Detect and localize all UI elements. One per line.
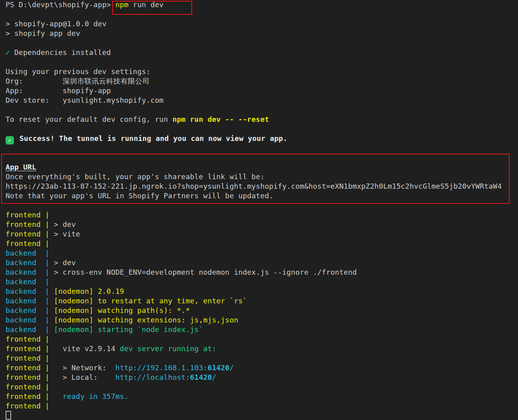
terminal-text: http://localhost:: [115, 373, 190, 381]
terminal-text: > Local:: [49, 373, 115, 381]
terminal-text: Once everything's built, your app's shar…: [6, 172, 265, 181]
terminal-text: frontend |: [6, 344, 49, 353]
terminal-text: run dev: [129, 0, 164, 9]
terminal-text: > vite: [49, 230, 80, 238]
terminal-line: Org: 深圳市联讯云科技有限公司: [6, 76, 518, 86]
terminal-line: frontend |: [6, 334, 518, 344]
terminal-text: > dev: [49, 258, 76, 267]
terminal-text: backend |: [6, 297, 49, 305]
terminal-line: [6, 105, 518, 115]
terminal-text: dev server running at:: [120, 344, 216, 353]
terminal-text: backend |: [6, 277, 49, 286]
terminal-line: frontend | > Network: http://192.168.1.1…: [6, 363, 518, 373]
terminal-text: App URL: [6, 163, 36, 171]
terminal-text: npm: [115, 0, 129, 9]
terminal-text: [nodemon] watching path(s): *.*: [49, 306, 190, 315]
terminal-line: backend | [nodemon] watching extensions:…: [6, 315, 518, 325]
terminal-text: backend |: [6, 325, 49, 334]
terminal-line: backend | > cross-env NODE_ENV=developme…: [6, 268, 518, 277]
terminal-text: vite v2.9.14: [49, 344, 120, 353]
terminal-line: frontend |: [6, 354, 518, 363]
terminal-text: backend |: [6, 249, 49, 257]
terminal-text: frontend |: [6, 392, 49, 400]
terminal-text: backend |: [6, 316, 49, 324]
terminal-line: backend |: [6, 277, 518, 287]
terminal-line: [6, 124, 518, 134]
terminal-text: Using your previous dev settings:: [6, 67, 150, 76]
terminal-text: [nodemon] to restart at any time, enter …: [49, 297, 247, 305]
terminal-line: backend |: [6, 248, 518, 258]
terminal-line: ✓ Dependencies installed: [6, 48, 518, 57]
terminal-line: frontend | vite v2.9.14 dev server runni…: [6, 344, 518, 354]
terminal-text: frontend |: [6, 335, 49, 343]
terminal-line: Using your previous dev settings:: [6, 67, 518, 76]
terminal-text: ready in 357ms.: [49, 392, 129, 400]
terminal-line: frontend | > dev: [6, 220, 518, 229]
terminal-text: backend |: [6, 306, 49, 315]
terminal-line: PS D:\devpt\shopify-app> npm run dev: [6, 0, 518, 10]
terminal-text: frontend |: [6, 239, 49, 248]
terminal-text: /: [212, 373, 216, 381]
terminal-line: To reset your default dev config, run np…: [6, 115, 518, 124]
terminal-text: npm run dev -- --reset: [172, 115, 269, 123]
terminal-text: http://192.168.1.103:: [115, 363, 208, 372]
terminal-text: backend |: [6, 287, 49, 295]
terminal-text: > dev: [49, 220, 76, 229]
terminal-text: > shopify-app@1.0.0 dev: [6, 20, 107, 28]
terminal-text: 61420: [208, 363, 230, 372]
terminal-line: > shopify app dev: [6, 29, 518, 38]
terminal-text: Dev store: ysunlight.myshopify.com: [6, 96, 164, 104]
terminal-text: frontend |: [6, 373, 49, 381]
terminal-text: backend |: [6, 258, 49, 267]
terminal-line: backend | [nodemon] 2.0.19: [6, 287, 518, 296]
terminal-line: frontend | > Local: http://localhost:614…: [6, 373, 518, 382]
terminal-text: 61420: [190, 373, 212, 381]
terminal-line: App URL: [6, 162, 518, 172]
terminal-line: backend | > dev: [6, 258, 518, 268]
terminal-line: frontend |: [6, 382, 518, 392]
terminal-text: frontend |: [6, 402, 49, 410]
terminal-line: Dev store: ysunlight.myshopify.com: [6, 96, 518, 105]
terminal-text: App: shopify-app: [6, 86, 111, 95]
terminal-text: > Network:: [49, 363, 115, 372]
terminal-line: App: shopify-app: [6, 86, 518, 96]
terminal-text: To reset your default dev config, run: [6, 115, 172, 123]
terminal-line: [6, 411, 518, 420]
terminal-cursor: [6, 411, 11, 420]
terminal-text: [nodemon] 2.0.19: [49, 287, 124, 295]
terminal-text: backend |: [6, 268, 49, 276]
terminal-text: frontend |: [6, 230, 49, 238]
terminal-line: frontend |: [6, 210, 518, 220]
terminal-line: https://23ab-113-87-152-221.jp.ngrok.io?…: [6, 182, 518, 191]
terminal-text: frontend |: [6, 363, 49, 372]
terminal-line: ✓ Success! The tunnel is running and you…: [6, 134, 518, 143]
terminal-text: [nodemon] watching extensions: js,mjs,js…: [49, 316, 238, 324]
terminal-text: [nodemon] starting `node index.js`: [49, 325, 203, 334]
terminal-line: backend | [nodemon] to restart at any ti…: [6, 296, 518, 306]
terminal-line: [6, 10, 518, 19]
terminal-line: [6, 153, 518, 162]
terminal-screen[interactable]: PS D:\devpt\shopify-app> npm run dev > s…: [0, 0, 518, 420]
terminal-text: frontend |: [6, 220, 49, 229]
terminal-line: backend | [nodemon] watching path(s): *.…: [6, 306, 518, 315]
terminal-line: [6, 143, 518, 153]
terminal-text: frontend |: [6, 354, 49, 362]
terminal-text: /: [230, 363, 234, 372]
terminal-line: > shopify-app@1.0.0 dev: [6, 19, 518, 29]
terminal-line: frontend | ready in 357ms.: [6, 392, 518, 401]
terminal-text: ✓: [6, 48, 10, 57]
terminal-text: frontend |: [6, 211, 49, 219]
terminal-text: Org: 深圳市联讯云科技有限公司: [6, 77, 150, 85]
terminal-line: [6, 57, 518, 67]
terminal-text: PS D:\devpt\shopify-app>: [6, 0, 115, 9]
terminal-line: Once everything's built, your app's shar…: [6, 172, 518, 182]
terminal-line: frontend |: [6, 401, 518, 411]
terminal-text: Dependencies installed: [10, 48, 111, 57]
terminal-line: [6, 38, 518, 48]
terminal-text: > shopify app dev: [6, 29, 80, 37]
terminal-line: frontend |: [6, 239, 518, 248]
terminal-line: Note that your app's URL in Shopify Part…: [6, 191, 518, 201]
terminal-line: frontend | > vite: [6, 229, 518, 239]
terminal-text: Note that your app's URL in Shopify Part…: [6, 191, 273, 200]
terminal-text: > cross-env NODE_ENV=development nodemon…: [49, 268, 357, 276]
